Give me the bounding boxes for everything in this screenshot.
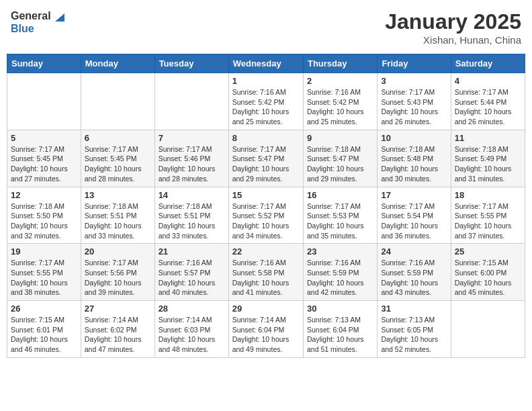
- week-row-4: 19Sunrise: 7:17 AM Sunset: 5:55 PM Dayli…: [7, 244, 525, 301]
- day-info: Sunrise: 7:17 AM Sunset: 5:55 PM Dayligh…: [11, 258, 77, 298]
- day-info: Sunrise: 7:16 AM Sunset: 5:59 PM Dayligh…: [381, 258, 447, 298]
- weekday-header-row: SundayMondayTuesdayWednesdayThursdayFrid…: [7, 54, 525, 73]
- calendar-cell: [154, 73, 228, 130]
- weekday-header-wednesday: Wednesday: [228, 54, 303, 73]
- calendar-cell: 29Sunrise: 7:14 AM Sunset: 6:04 PM Dayli…: [228, 301, 303, 358]
- calendar-cell: 9Sunrise: 7:18 AM Sunset: 5:47 PM Daylig…: [303, 130, 377, 187]
- weekday-header-monday: Monday: [81, 54, 154, 73]
- day-info: Sunrise: 7:14 AM Sunset: 6:03 PM Dayligh…: [159, 315, 225, 355]
- weekday-header-tuesday: Tuesday: [154, 54, 228, 73]
- week-row-3: 12Sunrise: 7:18 AM Sunset: 5:50 PM Dayli…: [7, 187, 525, 244]
- day-info: Sunrise: 7:17 AM Sunset: 5:46 PM Dayligh…: [159, 144, 225, 184]
- day-number: 14: [159, 190, 225, 200]
- day-number: 17: [381, 190, 447, 200]
- day-info: Sunrise: 7:17 AM Sunset: 5:56 PM Dayligh…: [85, 258, 151, 298]
- calendar-cell: 24Sunrise: 7:16 AM Sunset: 5:59 PM Dayli…: [378, 244, 451, 301]
- day-number: 28: [159, 304, 225, 314]
- day-number: 23: [307, 246, 373, 257]
- day-info: Sunrise: 7:16 AM Sunset: 5:57 PM Dayligh…: [159, 258, 225, 298]
- day-info: Sunrise: 7:17 AM Sunset: 5:54 PM Dayligh…: [381, 201, 447, 241]
- day-number: 15: [232, 190, 300, 200]
- day-info: Sunrise: 7:17 AM Sunset: 5:47 PM Dayligh…: [232, 144, 300, 184]
- day-number: 1: [232, 76, 300, 86]
- week-row-2: 5Sunrise: 7:17 AM Sunset: 5:45 PM Daylig…: [7, 130, 525, 187]
- day-number: 19: [11, 246, 77, 257]
- day-info: Sunrise: 7:16 AM Sunset: 5:42 PM Dayligh…: [232, 87, 300, 127]
- day-number: 25: [455, 246, 521, 257]
- day-info: Sunrise: 7:13 AM Sunset: 6:05 PM Dayligh…: [381, 315, 447, 355]
- calendar-cell: 5Sunrise: 7:17 AM Sunset: 5:45 PM Daylig…: [7, 130, 81, 187]
- day-number: 30: [307, 304, 373, 314]
- day-number: 10: [381, 133, 447, 143]
- day-number: 3: [381, 76, 447, 86]
- day-number: 13: [85, 190, 151, 200]
- calendar-cell: 26Sunrise: 7:15 AM Sunset: 6:01 PM Dayli…: [7, 301, 81, 358]
- calendar-cell: 8Sunrise: 7:17 AM Sunset: 5:47 PM Daylig…: [228, 130, 303, 187]
- day-info: Sunrise: 7:15 AM Sunset: 6:00 PM Dayligh…: [455, 258, 521, 298]
- calendar-cell: 23Sunrise: 7:16 AM Sunset: 5:59 PM Dayli…: [303, 244, 377, 301]
- calendar-cell: 1Sunrise: 7:16 AM Sunset: 5:42 PM Daylig…: [228, 73, 303, 130]
- calendar-cell: 27Sunrise: 7:14 AM Sunset: 6:02 PM Dayli…: [81, 301, 154, 358]
- day-number: 18: [455, 190, 521, 200]
- calendar-cell: 2Sunrise: 7:16 AM Sunset: 5:42 PM Daylig…: [303, 73, 377, 130]
- day-info: Sunrise: 7:18 AM Sunset: 5:48 PM Dayligh…: [381, 144, 447, 184]
- day-number: 21: [159, 246, 225, 257]
- weekday-header-saturday: Saturday: [451, 54, 525, 73]
- month-title: January 2025: [385, 9, 521, 34]
- day-number: 4: [455, 76, 521, 86]
- weekday-header-thursday: Thursday: [303, 54, 377, 73]
- day-info: Sunrise: 7:13 AM Sunset: 6:04 PM Dayligh…: [307, 315, 373, 355]
- calendar-cell: 13Sunrise: 7:18 AM Sunset: 5:51 PM Dayli…: [81, 187, 154, 244]
- day-info: Sunrise: 7:18 AM Sunset: 5:50 PM Dayligh…: [11, 201, 77, 241]
- title-area: January 2025 Xishan, Hunan, China: [385, 9, 521, 46]
- day-number: 26: [11, 304, 77, 314]
- day-number: 5: [11, 133, 77, 143]
- week-row-1: 1Sunrise: 7:16 AM Sunset: 5:42 PM Daylig…: [7, 73, 525, 130]
- calendar-cell: 25Sunrise: 7:15 AM Sunset: 6:00 PM Dayli…: [451, 244, 525, 301]
- svg-marker-0: [55, 13, 64, 21]
- calendar-cell: 15Sunrise: 7:17 AM Sunset: 5:52 PM Dayli…: [228, 187, 303, 244]
- day-number: 8: [232, 133, 300, 143]
- day-info: Sunrise: 7:16 AM Sunset: 5:42 PM Dayligh…: [307, 87, 373, 127]
- day-info: Sunrise: 7:18 AM Sunset: 5:47 PM Dayligh…: [307, 144, 373, 184]
- day-info: Sunrise: 7:18 AM Sunset: 5:51 PM Dayligh…: [85, 201, 151, 241]
- calendar-cell: 7Sunrise: 7:17 AM Sunset: 5:46 PM Daylig…: [154, 130, 228, 187]
- logo-wrapper: General Blue: [11, 9, 66, 35]
- day-info: Sunrise: 7:17 AM Sunset: 5:52 PM Dayligh…: [232, 201, 300, 241]
- day-info: Sunrise: 7:18 AM Sunset: 5:49 PM Dayligh…: [455, 144, 521, 184]
- calendar-cell: 21Sunrise: 7:16 AM Sunset: 5:57 PM Dayli…: [154, 244, 228, 301]
- day-number: 22: [232, 246, 300, 257]
- day-info: Sunrise: 7:17 AM Sunset: 5:43 PM Dayligh…: [381, 87, 447, 127]
- logo-blue-text: Blue: [11, 23, 66, 35]
- day-info: Sunrise: 7:17 AM Sunset: 5:45 PM Dayligh…: [85, 144, 151, 184]
- calendar-cell: 17Sunrise: 7:17 AM Sunset: 5:54 PM Dayli…: [378, 187, 451, 244]
- day-info: Sunrise: 7:17 AM Sunset: 5:55 PM Dayligh…: [455, 201, 521, 241]
- calendar-cell: 20Sunrise: 7:17 AM Sunset: 5:56 PM Dayli…: [81, 244, 154, 301]
- calendar-cell: 14Sunrise: 7:18 AM Sunset: 5:51 PM Dayli…: [154, 187, 228, 244]
- weekday-header-sunday: Sunday: [7, 54, 81, 73]
- calendar-cell: 18Sunrise: 7:17 AM Sunset: 5:55 PM Dayli…: [451, 187, 525, 244]
- day-number: 6: [85, 133, 151, 143]
- day-info: Sunrise: 7:17 AM Sunset: 5:53 PM Dayligh…: [307, 201, 373, 241]
- calendar-cell: 4Sunrise: 7:17 AM Sunset: 5:44 PM Daylig…: [451, 73, 525, 130]
- day-number: 11: [455, 133, 521, 143]
- logo: General Blue: [11, 9, 66, 35]
- calendar-cell: 31Sunrise: 7:13 AM Sunset: 6:05 PM Dayli…: [378, 301, 451, 358]
- calendar-cell: 30Sunrise: 7:13 AM Sunset: 6:04 PM Dayli…: [303, 301, 377, 358]
- day-number: 27: [85, 304, 151, 314]
- calendar-cell: [451, 301, 525, 358]
- calendar-cell: 22Sunrise: 7:16 AM Sunset: 5:58 PM Dayli…: [228, 244, 303, 301]
- day-info: Sunrise: 7:17 AM Sunset: 5:44 PM Dayligh…: [455, 87, 521, 127]
- calendar-cell: 3Sunrise: 7:17 AM Sunset: 5:43 PM Daylig…: [378, 73, 451, 130]
- day-number: 31: [381, 304, 447, 314]
- calendar-cell: 10Sunrise: 7:18 AM Sunset: 5:48 PM Dayli…: [378, 130, 451, 187]
- day-number: 24: [381, 246, 447, 257]
- calendar-cell: 16Sunrise: 7:17 AM Sunset: 5:53 PM Dayli…: [303, 187, 377, 244]
- calendar-cell: 12Sunrise: 7:18 AM Sunset: 5:50 PM Dayli…: [7, 187, 81, 244]
- page-header: General Blue January 2025 Xishan, Hunan,…: [7, 7, 525, 48]
- calendar-table: SundayMondayTuesdayWednesdayThursdayFrid…: [7, 54, 525, 358]
- calendar-cell: 6Sunrise: 7:17 AM Sunset: 5:45 PM Daylig…: [81, 130, 154, 187]
- week-row-5: 26Sunrise: 7:15 AM Sunset: 6:01 PM Dayli…: [7, 301, 525, 358]
- weekday-header-friday: Friday: [378, 54, 451, 73]
- day-number: 2: [307, 76, 373, 86]
